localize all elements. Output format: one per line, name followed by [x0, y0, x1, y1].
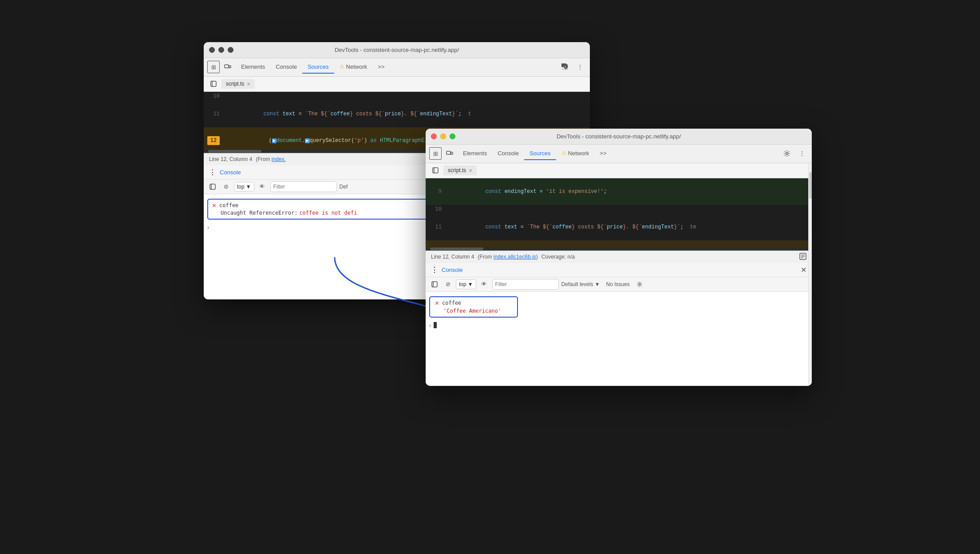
vertical-scrollbar-thumb-front[interactable]	[809, 172, 812, 199]
console-dots-front[interactable]: ⋮	[431, 266, 438, 274]
eye-icon-back[interactable]: 👁	[257, 181, 268, 192]
device-toggle-front[interactable]	[443, 147, 456, 160]
svg-rect-9	[451, 152, 453, 154]
titlebar-title-front: DevTools - consistent-source-map-pc.netl…	[426, 133, 812, 140]
console-entry-label-front: coffee	[442, 300, 461, 306]
tab-elements-front[interactable]: Elements	[458, 147, 492, 160]
more-icon-back[interactable]: ⋮	[574, 61, 586, 73]
console-header-left: ⋮ Console	[431, 266, 463, 274]
filter-input-front[interactable]	[492, 279, 559, 290]
tab-more-back[interactable]: >>	[372, 61, 390, 74]
console-body-front: ✕ coffee 'Coffee Americano' ›	[426, 292, 812, 332]
source-map-link-front[interactable]: index.a8c1ec6b.js	[494, 254, 536, 260]
code-line-12-front: 12 (▶document.▶querySelector('p') as HTM…	[426, 240, 812, 247]
scrollbar-horizontal-front[interactable]	[426, 247, 812, 251]
svg-rect-17	[432, 282, 437, 287]
file-tab-close-front[interactable]: ✕	[469, 168, 472, 173]
tab-more-front[interactable]: >>	[594, 147, 612, 160]
close-button-front[interactable]	[431, 134, 437, 139]
file-tab-name-front: script.ts	[448, 167, 466, 173]
prompt-chevron-front: ›	[429, 322, 431, 329]
default-levels-front[interactable]: Default levels ▼	[561, 281, 600, 287]
console-title-back: Console	[220, 169, 241, 176]
settings-console-front[interactable]	[634, 279, 645, 290]
block-icon-front[interactable]: ⊘	[443, 279, 453, 290]
tab-sources-back[interactable]: Sources	[302, 61, 334, 74]
file-tabbar-back: script.ts ✕	[204, 77, 590, 92]
code-line-11-front: 11 const text = `The ${`coffee} costs ${…	[426, 214, 812, 240]
scrollbar-thumb-back[interactable]	[208, 150, 261, 153]
svg-rect-11	[433, 168, 438, 173]
settings-icon-front[interactable]	[781, 147, 793, 160]
tab-elements-back[interactable]: Elements	[236, 61, 270, 74]
coverage-info-front: Coverage: n/a	[541, 254, 575, 260]
tab-bar-front: Elements Console Sources ⚠ Network >>	[458, 147, 779, 160]
console-entry-value-front: 'Coffee Americano'	[443, 308, 501, 314]
svg-rect-8	[447, 151, 450, 154]
clear-console-front[interactable]	[429, 279, 440, 290]
file-tab-script-back[interactable]: script.ts ✕	[221, 79, 255, 89]
clear-console-back[interactable]	[207, 181, 218, 192]
error-x-icon-front: ✕	[435, 300, 439, 306]
fullscreen-button-front[interactable]	[450, 134, 455, 139]
tab-console-front[interactable]: Console	[492, 147, 524, 160]
toolbar-back: ⊞ Elements Console Sources ⚠ Network >>	[204, 58, 590, 77]
device-toggle-back[interactable]	[221, 61, 234, 73]
panel-toggle-front[interactable]	[429, 164, 442, 177]
tab-network-front[interactable]: ⚠ Network	[556, 147, 595, 160]
more-icon-front[interactable]: ⋮	[796, 147, 808, 160]
tab-bar-back: Elements Console Sources ⚠ Network >>	[236, 61, 557, 74]
vertical-scrollbar-front[interactable]	[808, 163, 812, 386]
svg-rect-0	[225, 65, 229, 68]
svg-rect-3	[211, 81, 216, 86]
settings-icon-back[interactable]	[559, 61, 571, 73]
panel-toggle-back[interactable]	[207, 78, 220, 90]
warning-icon-front: ⚠	[561, 150, 566, 156]
top-dropdown-back[interactable]: top ▼	[234, 182, 254, 192]
default-levels-back: Def	[340, 184, 348, 190]
console-entry-wrapper-front: ✕ coffee 'Coffee Americano'	[429, 296, 808, 318]
console-entry-label-back: coffee	[219, 202, 238, 208]
code-line-10-front: 10	[426, 205, 812, 214]
tab-sources-front[interactable]: Sources	[524, 147, 556, 160]
svg-rect-5	[210, 184, 215, 189]
status-bar-front: Line 12, Column 4 (From index.a8c1ec6b.j…	[426, 251, 812, 263]
code-area-front: 9 const endingText = 'it is expensive!';…	[426, 178, 812, 247]
filter-input-back[interactable]	[270, 181, 337, 192]
svg-point-10	[786, 153, 788, 155]
svg-rect-1	[229, 66, 231, 68]
warning-icon-back: ⚠	[340, 63, 344, 70]
code-line-9-front: 9 const endingText = 'it is expensive!';	[426, 178, 812, 205]
source-map-link-back[interactable]: index.	[272, 156, 286, 162]
source-map-info-back: (From index.	[256, 156, 285, 162]
console-entry-highlighted-front: ✕ coffee 'Coffee Americano'	[429, 296, 518, 318]
traffic-lights-back	[209, 47, 233, 53]
block-icon-back[interactable]: ⊘	[221, 181, 231, 192]
no-issues-front: No Issues	[606, 281, 630, 287]
cursor-position-back: Line 12, Column 4	[209, 156, 252, 162]
cursor-position-front: Line 12, Column 4	[431, 254, 474, 260]
eye-icon-front[interactable]: 👁	[479, 279, 490, 290]
sidebar-toggle-front[interactable]: ⊞	[429, 147, 442, 160]
console-close-front[interactable]: ✕	[801, 266, 806, 274]
tab-network-back[interactable]: ⚠ Network	[334, 61, 373, 74]
close-button-back[interactable]	[209, 47, 215, 53]
fullscreen-button-back[interactable]	[228, 47, 233, 53]
minimize-button-front[interactable]	[440, 134, 446, 139]
source-map-info-front: (From index.a8c1ec6b.js)	[478, 254, 537, 260]
code-line-11-back: 11 const text = `The ${`coffee} costs ${…	[204, 101, 590, 127]
error-text-back: Uncaught ReferenceError:	[221, 210, 297, 216]
devtools-window-front: DevTools - consistent-source-map-pc.netl…	[426, 129, 812, 386]
minimize-button-back[interactable]	[218, 47, 224, 53]
cursor-front	[434, 322, 437, 328]
top-dropdown-front[interactable]: top ▼	[456, 279, 476, 289]
console-dots-back[interactable]: ⋮	[209, 168, 216, 177]
tab-console-back[interactable]: Console	[270, 61, 302, 74]
sidebar-toggle-back[interactable]: ⊞	[207, 61, 220, 73]
file-tab-script-front[interactable]: script.ts ✕	[443, 165, 477, 175]
console-toolbar-front: ⊘ top ▼ 👁 Default levels ▼ No Issues	[426, 277, 812, 292]
scrollbar-thumb-front[interactable]	[430, 248, 483, 250]
file-tabbar-front: script.ts ✕	[426, 163, 812, 178]
coverage-icon-front[interactable]	[799, 253, 806, 261]
file-tab-close-back[interactable]: ✕	[247, 82, 250, 86]
